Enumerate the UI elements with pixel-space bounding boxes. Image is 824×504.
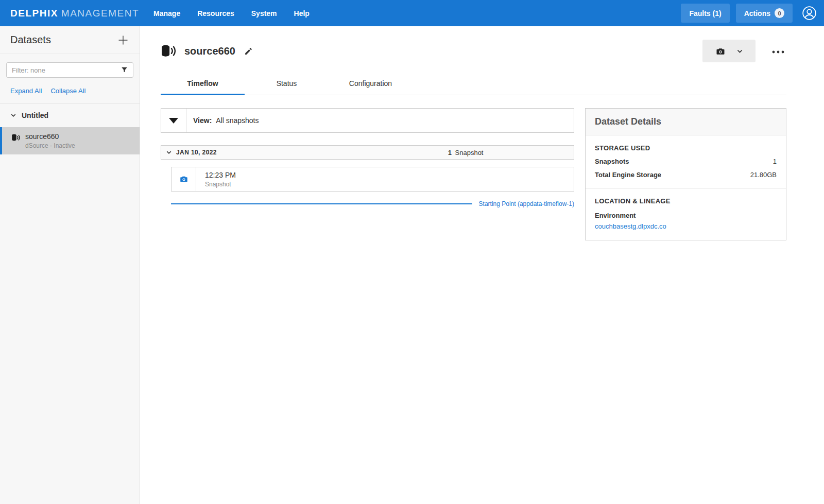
filter-input[interactable] [6,62,133,78]
storage-used-section: STORAGE USED Snapshots 1 Total Engine St… [586,135,786,188]
tab-timeflow[interactable]: Timeflow [161,73,245,95]
detail-row-snapshots: Snapshots 1 [595,158,777,165]
view-label: View: [193,116,212,125]
nav-right-actions: Faults (1) Actions 0 [681,4,817,23]
tab-status[interactable]: Status [245,73,329,95]
snapshot-date-label: JAN 10, 2022 [176,149,217,156]
header-actions [702,40,786,62]
main-content: source660 [140,26,824,504]
starting-point-marker: Starting Point (appdata-timeflow-1) [171,200,574,207]
dataset-tabs: Timeflow Status Configuration [161,73,786,95]
view-dropdown-icon[interactable] [161,109,186,132]
detail-row-total-storage: Total Engine Storage 21.80GB [595,171,777,179]
snapshot-time: 12:23 PM [205,171,236,179]
sidebar-header: Datasets [0,26,140,54]
faults-button-label: Faults (1) [689,9,721,18]
snapshot-view-panel: View: All snapshots [161,108,574,133]
brand-secondary: MANAGEMENT [61,8,139,19]
group-label: Untitled [22,111,48,119]
view-selector-text: View: All snapshots [186,116,259,125]
location-lineage-heading: LOCATION & LINEAGE [595,197,777,205]
nav-menu: Manage Resources System Help [153,9,310,18]
brand-primary: DELPHIX [10,8,58,19]
details-title: Dataset Details [595,116,661,127]
sidebar-title: Datasets [10,34,51,46]
dataset-details-panel: Dataset Details STORAGE USED Snapshots 1… [585,108,786,240]
snapshot-count-suffix: Snapshot [455,149,484,157]
filled-triangle-icon [169,118,178,124]
nav-item-help[interactable]: Help [294,9,310,18]
snapshot-count: 1 Snapshot [448,149,484,157]
dsource-icon [161,44,176,58]
dsource-icon [11,134,20,142]
add-dataset-icon[interactable] [117,34,129,46]
total-storage-label: Total Engine Storage [595,171,661,179]
snapshot-sublabel: Snapshot [205,181,236,188]
edit-pencil-icon[interactable] [244,47,253,56]
timeflow-content: View: All snapshots JAN 10, 2022 1 Snaps… [161,95,786,240]
camera-icon [171,167,196,191]
environment-link[interactable]: couchbasestg.dlpxdc.co [595,222,666,230]
details-header: Dataset Details [586,109,786,135]
snapshot-count-number: 1 [448,149,452,157]
expand-all-link[interactable]: Expand All [10,87,42,95]
snapshot-row[interactable]: 12:23 PM Snapshot [171,167,574,192]
dataset-group-untitled[interactable]: Untitled [0,103,140,127]
timeline-column: View: All snapshots JAN 10, 2022 1 Snaps… [161,108,574,207]
actions-button[interactable]: Actions 0 [736,4,793,23]
snapshot-meta: 12:23 PM Snapshot [196,171,236,188]
snapshots-value: 1 [773,158,777,165]
total-storage-value: 21.80GB [750,171,777,179]
nav-item-system[interactable]: System [251,9,277,18]
brand-logo: DELPHIX MANAGEMENT [10,8,139,19]
sidebar-item-name: source660 [25,132,75,141]
sidebar-links: Expand All Collapse All [0,85,140,103]
actions-button-label: Actions [744,9,770,18]
camera-icon [715,46,726,56]
actions-count-badge: 0 [775,8,784,18]
sidebar-item-source660[interactable]: source660 dSource - Inactive [0,127,140,154]
page-title: source660 [184,45,235,57]
faults-button[interactable]: Faults (1) [681,4,729,23]
chevron-down-icon [10,112,16,118]
snapshots-label: Snapshots [595,158,629,165]
timeline-line [171,203,472,204]
filter-container [0,54,140,85]
location-lineage-section: LOCATION & LINEAGE Environment couchbase… [586,188,786,240]
tab-configuration[interactable]: Configuration [329,73,413,95]
nav-item-resources[interactable]: Resources [197,9,234,18]
chevron-down-icon [736,48,743,55]
starting-point-link[interactable]: Starting Point (appdata-timeflow-1) [479,200,574,207]
view-value: All snapshots [216,116,259,125]
storage-used-heading: STORAGE USED [595,144,777,152]
sidebar-item-status: dSource - Inactive [25,142,75,149]
user-avatar-icon[interactable] [802,6,817,21]
collapse-all-link[interactable]: Collapse All [50,87,85,95]
datasets-sidebar: Datasets Expand All Collapse All Untitle… [0,26,140,504]
dataset-header: source660 [161,26,786,73]
more-options-icon[interactable] [770,45,786,57]
snapshot-date-group[interactable]: JAN 10, 2022 1 Snapshot [161,145,574,160]
environment-label: Environment [595,212,777,219]
nav-item-manage[interactable]: Manage [153,9,180,18]
snapshot-camera-button[interactable] [702,40,756,62]
filter-funnel-icon[interactable] [121,66,128,74]
chevron-down-icon [166,149,172,155]
top-navbar: DELPHIX MANAGEMENT Manage Resources Syst… [0,0,824,26]
